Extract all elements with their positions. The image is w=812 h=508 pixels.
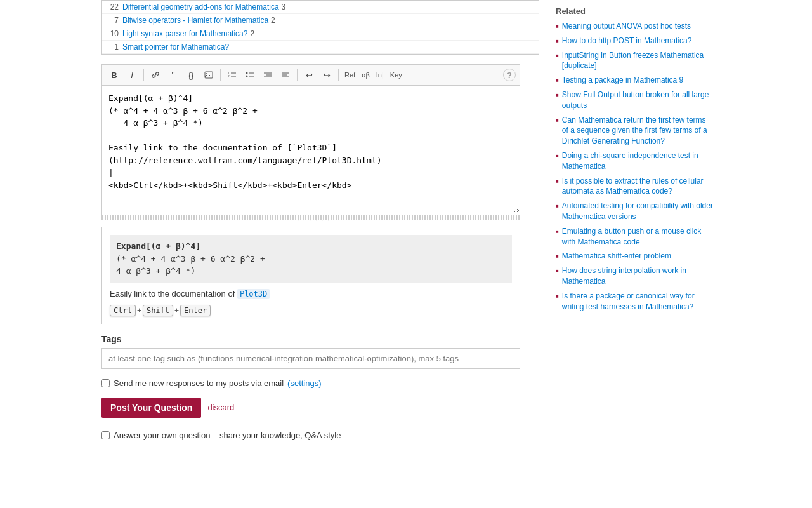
sidebar-link[interactable]: Automated testing for compatibility with… — [562, 201, 714, 222]
italic-button[interactable]: I — [124, 67, 140, 83]
sidebar-link[interactable]: Can Mathematica return the first few ter… — [562, 115, 714, 147]
sidebar-item: Can Mathematica return the first few ter… — [556, 115, 714, 147]
indent-button[interactable] — [259, 67, 276, 83]
sidebar-link[interactable]: How does string interpolation work in Ma… — [562, 265, 714, 287]
settings-link[interactable]: (settings) — [287, 378, 321, 388]
svg-text:2.: 2. — [228, 74, 230, 78]
sidebar: Related Meaning output ANOVA post hoc te… — [546, 0, 723, 508]
editor-textarea[interactable]: Expand[(α + β)^4] (* α^4 + 4 α^3 β + 6 α… — [102, 86, 520, 213]
discard-button[interactable]: discard — [207, 403, 234, 412]
key-button[interactable]: Key — [388, 70, 405, 80]
sidebar-link[interactable]: Doing a chi-square independence test in … — [562, 150, 714, 172]
sidebar-related-list: Meaning output ANOVA post hoc tests How … — [556, 21, 714, 312]
preview-text: Easily link to the documentation of Plot… — [110, 289, 512, 298]
inline-code-plot3d: Plot3D — [237, 289, 270, 299]
list-item: 1 Smart pointer for Mathematica? — [102, 41, 539, 54]
tags-label: Tags — [102, 334, 520, 344]
editor-container: Expand[(α + β)^4] (* α^4 + 4 α^3 β + 6 α… — [102, 85, 520, 220]
sidebar-item: Mathematica shift-enter problem — [556, 251, 714, 262]
toolbar-separator — [338, 69, 339, 81]
kbd-shift: Shift — [143, 305, 173, 316]
answer-checkbox[interactable] — [102, 431, 110, 439]
question-link[interactable]: Bitwise operators - Hamlet for Mathemati… — [122, 16, 268, 25]
sidebar-item: InputString in Button freezes Mathematic… — [556, 50, 714, 72]
sidebar-item: Emulating a button push or a mouse click… — [556, 226, 714, 248]
ol-button[interactable]: 1.2. — [224, 67, 240, 83]
svg-point-1 — [206, 73, 207, 74]
preview-code-block: Expand[(α + β)^4] (* α^4 + 4 α^3 β + 6 α… — [110, 235, 512, 283]
sidebar-item: Is there a package or canonical way for … — [556, 291, 714, 312]
sidebar-link[interactable]: Show Full Output button broken for all l… — [562, 90, 714, 111]
kbd-shortcut-group: Ctrl + Shift + Enter — [110, 305, 211, 316]
email-notification-row: Send me new responses to my posts via em… — [102, 378, 520, 388]
sidebar-link[interactable]: Is it possible to extract the rules of c… — [562, 176, 714, 197]
sidebar-link[interactable]: Emulating a button push or a mouse click… — [562, 226, 714, 248]
post-question-button[interactable]: Post Your Question — [102, 398, 201, 418]
sidebar-link[interactable]: Testing a package in Mathematica 9 — [562, 75, 683, 86]
sidebar-item: Show Full Output button broken for all l… — [556, 90, 714, 111]
sidebar-item: Testing a package in Mathematica 9 — [556, 75, 714, 86]
redo-button[interactable]: ↪ — [318, 67, 335, 83]
sidebar-link[interactable]: How to do http POST in Mathematica? — [562, 36, 692, 46]
toolbar-separator — [297, 69, 298, 81]
ref-button[interactable]: Ref — [342, 70, 358, 80]
sidebar-item: Doing a chi-square independence test in … — [556, 150, 714, 172]
blockquote-button[interactable]: " — [165, 67, 181, 83]
toolbar-separator — [220, 69, 221, 81]
editor-resize-handle[interactable]: · · · · · · · — [102, 215, 520, 220]
code-button[interactable]: {} — [183, 67, 199, 83]
inl-button[interactable]: In| — [374, 70, 386, 80]
kbd-enter: Enter — [180, 305, 211, 316]
tags-section: Tags — [102, 334, 520, 369]
bold-button[interactable]: B — [106, 67, 122, 83]
question-link[interactable]: Light syntax parser for Mathematica? — [122, 29, 247, 38]
email-checkbox[interactable] — [102, 379, 110, 387]
preview-area: Expand[(α + β)^4] (* α^4 + 4 α^3 β + 6 α… — [102, 227, 520, 324]
submit-row: Post Your Question discard — [102, 398, 520, 418]
list-item: 10 Light syntax parser for Mathematica? … — [102, 27, 539, 41]
kbd-ctrl: Ctrl — [110, 305, 136, 316]
alpha-beta-button[interactable]: αβ — [359, 70, 372, 80]
sidebar-item: Automated testing for compatibility with… — [556, 201, 714, 222]
outdent-button[interactable] — [277, 67, 294, 83]
help-button[interactable]: ? — [503, 69, 516, 81]
answer-own-question-row: Answer your own question – share your kn… — [102, 431, 520, 440]
answer-label: Answer your own question – share your kn… — [114, 431, 341, 440]
sidebar-item: Is it possible to extract the rules of c… — [556, 176, 714, 197]
undo-button[interactable]: ↩ — [301, 67, 317, 83]
list-item: 22 Differential geometry add-ons for Mat… — [102, 1, 539, 14]
editor-toolbar: B I " {} 1.2. — [102, 64, 520, 85]
sidebar-item: Meaning output ANOVA post hoc tests — [556, 21, 714, 32]
list-item: 7 Bitwise operators - Hamlet for Mathema… — [102, 14, 539, 27]
question-link[interactable]: Differential geometry add-ons for Mathem… — [122, 3, 279, 11]
sidebar-item: How does string interpolation work in Ma… — [556, 265, 714, 287]
sidebar-title: Related — [556, 6, 714, 16]
sidebar-link[interactable]: InputString in Button freezes Mathematic… — [562, 50, 714, 72]
image-button[interactable] — [200, 67, 217, 83]
svg-point-8 — [246, 76, 248, 77]
sidebar-link[interactable]: Meaning output ANOVA post hoc tests — [562, 21, 691, 32]
question-link[interactable]: Smart pointer for Mathematica? — [122, 43, 229, 51]
sidebar-link[interactable]: Is there a package or canonical way for … — [562, 291, 714, 312]
toolbar-separator — [143, 69, 144, 81]
email-label: Send me new responses to my posts via em… — [114, 378, 284, 388]
related-questions-list: 22 Differential geometry add-ons for Mat… — [102, 0, 539, 55]
tags-input[interactable] — [102, 348, 520, 369]
link-button[interactable] — [147, 67, 164, 83]
sidebar-item: How to do http POST in Mathematica? — [556, 36, 714, 46]
svg-point-6 — [246, 72, 248, 74]
ul-button[interactable] — [242, 67, 258, 83]
sidebar-link[interactable]: Mathematica shift-enter problem — [562, 251, 671, 262]
